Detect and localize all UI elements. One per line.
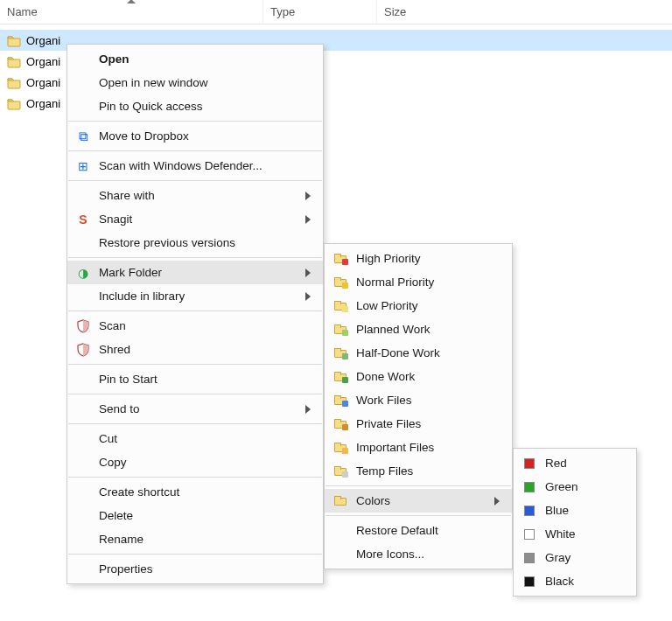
column-header-name[interactable]: Name (0, 0, 262, 24)
menu-item-pin-quick-access[interactable]: Pin to Quick access (67, 94, 323, 118)
menu-item-temp-files[interactable]: Temp Files (325, 459, 512, 483)
menu-label: Half-Done Work (356, 346, 500, 359)
menu-separator (68, 257, 322, 258)
menu-item-color-black[interactable]: Black (514, 569, 636, 593)
submenu-arrow-icon (305, 269, 311, 277)
blank-icon (332, 546, 349, 563)
menu-separator (326, 485, 511, 486)
submenu-arrow-icon (305, 215, 311, 224)
menu-item-share-with[interactable]: Share with (67, 184, 323, 207)
menu-label: Open in new window (99, 76, 311, 89)
blank-icon (74, 234, 92, 252)
menu-item-move-to-dropbox[interactable]: ⧉ Move to Dropbox (67, 124, 323, 148)
menu-label: Move to Dropbox (99, 129, 311, 143)
menu-item-important-files[interactable]: Important Files (325, 436, 512, 459)
blank-icon (74, 288, 92, 305)
submenu-arrow-icon (305, 405, 311, 414)
menu-label: Scan with Windows Defender... (99, 159, 311, 172)
menu-item-colors[interactable]: Colors (325, 489, 512, 513)
menu-item-scan[interactable]: Scan (67, 314, 323, 338)
blank-icon (74, 430, 92, 448)
menu-item-color-green[interactable]: Green (514, 475, 636, 499)
menu-item-windows-defender[interactable]: ⊞ Scan with Windows Defender... (67, 154, 323, 178)
menu-item-more-icons[interactable]: More Icons... (325, 542, 512, 566)
color-swatch-icon (521, 502, 538, 520)
menu-item-half-done-work[interactable]: Half-Done Work (325, 341, 512, 365)
folder-badge-icon (332, 297, 349, 315)
menu-label: Blue (545, 504, 624, 517)
menu-item-color-white[interactable]: White (514, 522, 636, 546)
menu-item-mark-folder[interactable]: ◑ Mark Folder (67, 261, 323, 284)
menu-label: Restore previous versions (99, 236, 311, 249)
menu-label: White (545, 527, 624, 541)
menu-item-shred[interactable]: Shred (67, 338, 323, 361)
menu-item-planned-work[interactable]: Planned Work (325, 317, 512, 341)
blank-icon (74, 454, 92, 471)
column-header-row: Name Type Size (0, 0, 672, 24)
menu-item-color-gray[interactable]: Gray (514, 546, 636, 569)
blank-icon (74, 484, 92, 501)
column-header-size[interactable]: Size (376, 0, 481, 24)
folder-badge-icon (332, 250, 349, 268)
snagit-icon: S (74, 211, 92, 228)
menu-item-rename[interactable]: Rename (67, 527, 323, 551)
submenu-arrow-icon (494, 497, 500, 506)
menu-item-color-red[interactable]: Red (514, 451, 636, 475)
context-menu-colors: Red Green Blue White Gray Black (513, 448, 637, 597)
menu-label: Work Files (356, 394, 500, 407)
menu-label: Gray (545, 551, 624, 564)
folder-colors-icon (332, 492, 349, 510)
menu-item-work-files[interactable]: Work Files (325, 388, 512, 412)
menu-item-restore-previous[interactable]: Restore previous versions (67, 231, 323, 255)
menu-item-copy[interactable]: Copy (67, 450, 323, 474)
menu-item-open[interactable]: Open (67, 47, 323, 71)
menu-label: High Priority (356, 252, 500, 265)
menu-label: Shred (99, 343, 311, 356)
menu-item-color-blue[interactable]: Blue (514, 499, 636, 522)
menu-item-restore-default[interactable]: Restore Default (325, 519, 512, 542)
menu-item-send-to[interactable]: Send to (67, 397, 323, 421)
menu-label: Copy (99, 456, 311, 469)
menu-item-pin-to-start[interactable]: Pin to Start (67, 367, 323, 391)
menu-label: Create shortcut (99, 485, 311, 499)
menu-label: Temp Files (356, 464, 500, 478)
menu-item-normal-priority[interactable]: Normal Priority (325, 270, 512, 294)
column-header-type[interactable]: Type (262, 0, 376, 24)
folder-badge-icon (332, 345, 349, 362)
file-name-label: Organi (26, 97, 60, 110)
blank-icon (74, 561, 92, 578)
menu-item-snagit[interactable]: S Snagit (67, 207, 323, 231)
menu-item-cut[interactable]: Cut (67, 427, 323, 450)
menu-label: More Icons... (356, 548, 500, 561)
menu-label: Low Priority (356, 299, 500, 312)
menu-separator (68, 121, 322, 122)
column-label: Type (270, 5, 295, 18)
menu-item-high-priority[interactable]: High Priority (325, 247, 512, 270)
menu-item-low-priority[interactable]: Low Priority (325, 294, 512, 317)
submenu-arrow-icon (305, 192, 311, 200)
blank-icon (74, 51, 92, 68)
menu-item-include-in-library[interactable]: Include in library (67, 284, 323, 308)
menu-item-done-work[interactable]: Done Work (325, 365, 512, 388)
menu-separator (68, 394, 322, 394)
menu-item-create-shortcut[interactable]: Create shortcut (67, 480, 323, 504)
folder-badge-icon (332, 274, 349, 291)
menu-item-properties[interactable]: Properties (67, 557, 323, 581)
menu-label: Restore Default (356, 524, 500, 537)
shield-scan-icon (74, 317, 92, 335)
menu-item-private-files[interactable]: Private Files (325, 412, 512, 436)
menu-separator (68, 423, 322, 424)
menu-label: Cut (99, 432, 311, 445)
menu-separator (68, 310, 322, 311)
folder-icon (7, 75, 21, 89)
context-menu-main: Open Open in new window Pin to Quick acc… (66, 44, 324, 584)
menu-label: Share with (99, 189, 290, 202)
menu-item-open-new-window[interactable]: Open in new window (67, 71, 323, 94)
menu-label: Pin to Start (99, 373, 311, 386)
menu-item-delete[interactable]: Delete (67, 504, 323, 527)
folder-icon (7, 54, 21, 68)
menu-label: Scan (99, 319, 311, 332)
shield-shred-icon (74, 341, 92, 359)
menu-label: Pin to Quick access (99, 100, 311, 113)
file-name-label: Organi (26, 76, 60, 89)
